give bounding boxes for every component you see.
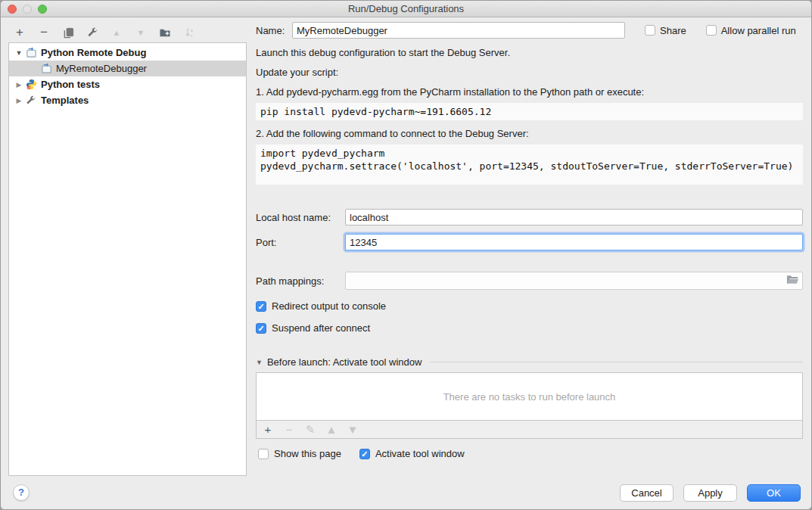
window-controls	[8, 5, 47, 14]
allow-parallel-run-label: Allow parallel run	[721, 25, 796, 36]
tree-item-label: Python tests	[41, 79, 100, 90]
name-input[interactable]	[292, 22, 625, 39]
activate-tool-window-label: Activate tool window	[375, 448, 465, 459]
tree-item-python-remote-debug[interactable]: ▼ Python Remote Debug	[9, 45, 246, 61]
redirect-output-option[interactable]: ✓ Redirect output to console	[256, 300, 803, 312]
add-task-button[interactable]: +	[263, 422, 273, 437]
window-title: Run/Debug Configurations	[1, 1, 811, 17]
remove-task-button[interactable]: −	[284, 422, 294, 437]
minimize-window-button[interactable]	[23, 5, 32, 14]
before-launch-section-header[interactable]: ▼ Before launch: Activate tool window	[256, 356, 803, 368]
cancel-button[interactable]: Cancel	[620, 484, 674, 502]
tree-item-label: Templates	[41, 95, 89, 106]
before-launch-task-list[interactable]: There are no tasks to run before launch	[256, 372, 803, 421]
wrench-icon	[87, 27, 98, 39]
tree-item-python-tests[interactable]: ▶ Python tests	[9, 76, 246, 92]
move-task-down-button[interactable]: ▼	[347, 422, 358, 437]
path-mappings-input[interactable]	[345, 272, 803, 290]
copy-configuration-button[interactable]	[60, 24, 76, 41]
templates-wrench-icon	[26, 95, 38, 107]
sort-configurations-button[interactable]: az	[181, 24, 198, 41]
port-label: Port:	[256, 237, 345, 248]
configuration-form: Name: ✓ Share ✓ Allow parallel run Launc…	[256, 22, 803, 459]
tree-item-label: Python Remote Debug	[41, 47, 146, 58]
edit-templates-button[interactable]	[84, 24, 101, 41]
allow-parallel-run-option[interactable]: ✓ Allow parallel run	[706, 25, 796, 36]
move-task-up-button[interactable]: ▲	[326, 422, 337, 437]
show-this-page-label: Show this page	[274, 448, 341, 459]
instruction-update: Update your script:	[256, 66, 803, 79]
port-input[interactable]	[345, 234, 803, 250]
suspend-after-connect-checkbox[interactable]: ✓	[256, 323, 266, 334]
remove-configuration-button[interactable]: −	[36, 24, 52, 41]
add-configuration-button[interactable]: +	[11, 24, 28, 41]
help-button[interactable]: ?	[13, 484, 30, 501]
pip-install-code: pip install pydevd-pycharm~=191.6605.12	[256, 103, 803, 120]
new-folder-icon	[159, 27, 171, 39]
share-label: Share	[660, 25, 686, 36]
ok-button[interactable]: OK	[747, 484, 801, 502]
activate-tool-window-checkbox[interactable]: ✓	[359, 449, 370, 459]
local-host-name-label: Local host name:	[256, 212, 345, 223]
show-this-page-checkbox[interactable]: ✓	[258, 449, 269, 459]
section-divider	[431, 362, 803, 362]
close-window-button[interactable]	[8, 5, 17, 14]
instruction-step1: 1. Add pydevd-pycharm.egg from the PyCha…	[256, 86, 803, 98]
tree-item-templates[interactable]: ▶ Templates	[9, 92, 246, 108]
expand-arrow-icon[interactable]: ▼	[14, 49, 24, 57]
before-launch-title: Before launch: Activate tool window	[267, 356, 422, 368]
svg-text:z: z	[190, 33, 192, 38]
open-folder-icon[interactable]	[786, 275, 799, 288]
redirect-output-checkbox[interactable]: ✓	[256, 301, 266, 312]
task-list-toolbar: + − ✎ ▲ ▼	[256, 421, 803, 439]
redirect-output-label: Redirect output to console	[272, 300, 386, 312]
local-host-name-input[interactable]	[345, 209, 803, 225]
configurations-tree: ▼ Python Remote Debug MyRemoteDebugger ▶…	[8, 42, 247, 476]
copy-icon	[63, 27, 74, 39]
python-tests-icon	[26, 79, 38, 91]
run-debug-configurations-dialog: Run/Debug Configurations + − ▲ ▼ az ▼ Py…	[0, 0, 812, 510]
settrace-code: import pydevd_pycharm pydevd_pycharm.set…	[256, 145, 803, 185]
configurations-toolbar: + − ▲ ▼ az	[11, 23, 198, 42]
tree-item-myremotedebugger[interactable]: MyRemoteDebugger	[9, 61, 246, 76]
sort-az-icon: az	[184, 26, 195, 39]
empty-tasks-text: There are no tasks to run before launch	[443, 391, 616, 403]
expand-arrow-icon[interactable]: ▶	[14, 97, 24, 104]
path-mappings-label: Path mappings:	[256, 275, 345, 287]
move-down-button[interactable]: ▼	[132, 24, 149, 41]
share-option[interactable]: ✓ Share	[645, 25, 686, 36]
suspend-after-connect-label: Suspend after connect	[272, 322, 370, 334]
zoom-window-button[interactable]	[38, 5, 47, 14]
tree-item-label: MyRemoteDebugger	[56, 63, 147, 74]
instruction-step2: 2. Add the following command to connect …	[256, 127, 803, 140]
remote-debug-config-icon	[41, 63, 53, 75]
allow-parallel-run-checkbox[interactable]: ✓	[706, 25, 717, 36]
apply-button[interactable]: Apply	[683, 484, 737, 502]
remote-debug-config-icon	[26, 47, 38, 59]
edit-task-button[interactable]: ✎	[305, 422, 316, 437]
collapse-arrow-icon[interactable]: ▼	[256, 359, 263, 366]
title-bar: Run/Debug Configurations	[1, 1, 811, 17]
suspend-after-connect-option[interactable]: ✓ Suspend after connect	[256, 322, 803, 334]
instruction-intro: Launch this debug configuration to start…	[256, 46, 803, 59]
share-checkbox[interactable]: ✓	[645, 25, 655, 36]
expand-arrow-icon[interactable]: ▶	[14, 81, 24, 89]
move-up-button[interactable]: ▲	[108, 24, 125, 41]
dialog-buttons: Cancel Apply OK	[620, 484, 801, 502]
new-folder-button[interactable]	[157, 24, 173, 41]
svg-text:a: a	[190, 27, 193, 33]
name-label: Name:	[256, 25, 292, 36]
